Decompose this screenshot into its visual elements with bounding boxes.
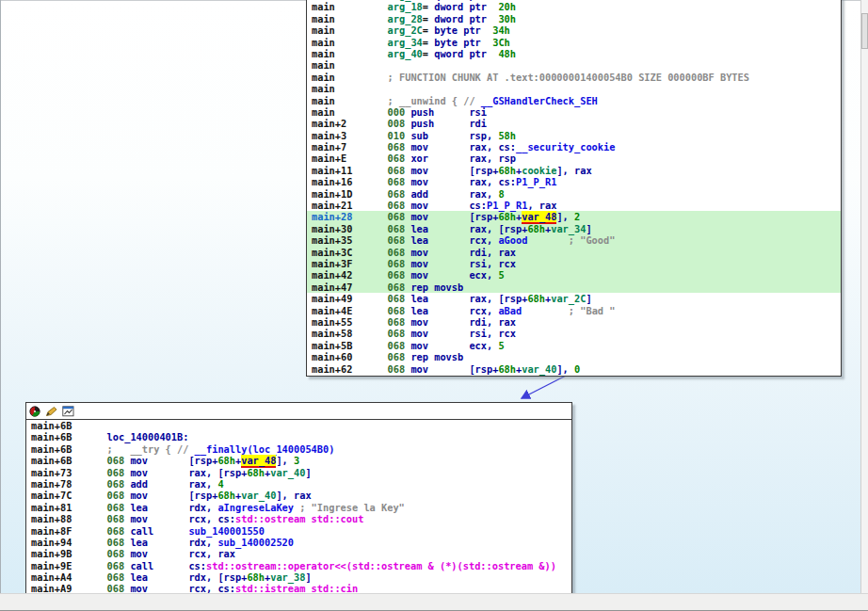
asm-token — [522, 305, 569, 316]
asm-token: rep movsb — [410, 281, 463, 293]
asm-line[interactable]: main+30 068 lea rax, [rsp+68h+var_34] — [307, 223, 841, 234]
asm-token: mov rsi, rcx — [410, 328, 516, 339]
asm-line[interactable]: main+5B 068 mov ecx, 5 — [307, 340, 841, 351]
asm-token: var_40 — [522, 363, 556, 375]
asm-token: sub_140002520 — [217, 537, 294, 548]
asm-token: 5 — [498, 340, 504, 351]
asm-line[interactable]: main+58 068 mov rsi, rcx — [307, 328, 841, 339]
asm-line[interactable]: main+9E 068 call cs:std::ostream::operat… — [26, 560, 571, 571]
asm-token — [487, 13, 498, 24]
asm-line[interactable]: main+35 068 lea rcx, aGood ; "Good" — [307, 234, 841, 246]
asm-line[interactable]: main+6B — [26, 420, 571, 431]
asm-token: main+16 — [312, 176, 388, 187]
asm-line[interactable]: main+49 068 lea rax, [rsp+68h+var_2C] — [307, 293, 841, 304]
asm-line[interactable]: main+73 068 mov rax, [rsp+68h+var_40] — [26, 467, 571, 478]
asm-token: arg_34 — [388, 37, 423, 48]
asm-token: 34h — [492, 24, 510, 36]
asm-line[interactable]: main+A9 068 mov rcx, cs:std::istream std… — [26, 583, 571, 593]
asm-token — [481, 24, 492, 36]
asm-token: 068 — [107, 513, 131, 524]
asm-token: rep movsb — [410, 351, 463, 362]
asm-token: lea rdx, — [130, 537, 217, 548]
asm-line[interactable]: main arg_28= dword ptr 30h — [307, 13, 841, 24]
asm-token: main+1D — [312, 188, 388, 200]
asm-token: 068 — [107, 548, 131, 559]
asm-line[interactable]: main+94 068 lea rdx, sub_140002520 — [26, 537, 571, 548]
asm-line[interactable]: main+60 068 rep movsb — [307, 351, 841, 362]
asm-token: main — [312, 95, 388, 106]
asm-token: main — [312, 1, 388, 12]
asm-token: 068 — [107, 490, 131, 501]
asm-token: main+E — [312, 153, 388, 164]
pencil-icon[interactable] — [45, 406, 57, 417]
asm-line[interactable]: main ; FUNCTION CHUNK AT .text:000000014… — [307, 72, 841, 83]
asm-line[interactable]: main+8F 068 call sub_140001550 — [26, 525, 571, 537]
asm-token: main — [312, 83, 335, 94]
asm-token: ], rax — [276, 490, 311, 501]
asm-line[interactable]: main+62 068 mov [rsp+68h+var_40], 0 — [307, 363, 841, 375]
asm-token: main+35 — [312, 234, 388, 246]
asm-token: main+81 — [31, 502, 107, 513]
graph-node-top[interactable]: main arg_10= qword ptr 18hmain arg_18= d… — [306, 0, 842, 377]
asm-token: sub rsp, — [410, 130, 498, 141]
asm-token: 68h — [247, 467, 265, 478]
asm-line[interactable]: main+6B 068 mov [rsp+68h+var_48], 3 — [26, 455, 571, 466]
asm-line[interactable]: main+88 068 mov rcx, cs:std::ostream std… — [26, 513, 571, 524]
highlighted-identifier: var_48 — [241, 455, 276, 466]
scrollbar-thumb[interactable] — [861, 13, 868, 49]
asm-line[interactable]: main+7C 068 mov [rsp+68h+var_40], rax — [26, 490, 571, 501]
asm-token: 4 — [217, 478, 223, 490]
asm-line[interactable]: main+E 068 xor rax, rsp — [307, 153, 841, 164]
asm-line[interactable]: main+28 068 mov [rsp+68h+var_48], 2 — [307, 211, 841, 222]
asm-token: ] — [305, 467, 311, 478]
asm-line[interactable]: main+3F 068 mov rsi, rcx — [307, 258, 841, 269]
asm-token: main+55 — [312, 316, 388, 328]
asm-token: main+30 — [312, 223, 388, 234]
asm-line[interactable]: main+3 010 sub rsp, 58h — [307, 130, 841, 141]
asm-token: 68h — [247, 571, 265, 583]
asm-line[interactable]: main+2 008 push rdi — [307, 118, 841, 129]
chart-icon[interactable] — [62, 406, 74, 417]
asm-token: ] — [586, 293, 591, 304]
asm-line[interactable]: main+21 068 mov cs:P1_P_R1, rax — [307, 200, 841, 211]
asm-line[interactable]: main+78 068 add rax, 4 — [26, 478, 571, 490]
asm-token: = — [423, 24, 434, 36]
graph-canvas[interactable]: main arg_10= qword ptr 18hmain arg_18= d… — [0, 0, 868, 593]
asm-line[interactable]: main+7 068 mov rax, cs:__security_cookie — [307, 141, 841, 153]
asm-token: 068 — [107, 455, 131, 466]
asm-line[interactable]: main+A4 068 lea rdx, [rsp+68h+var_38] — [26, 571, 571, 583]
asm-line[interactable]: main arg_40= qword ptr 48h — [307, 48, 841, 59]
asm-token: main+62 — [312, 363, 388, 375]
color-wheel-icon[interactable] — [29, 406, 40, 417]
asm-line[interactable]: main+81 068 lea rdx, aIngreseLaKey ; "In… — [26, 502, 571, 513]
asm-line[interactable]: main+6B ; __try { // __finally(loc_14000… — [26, 443, 571, 455]
asm-line[interactable]: main+6B loc_14000401B: — [26, 431, 571, 442]
asm-line[interactable]: main+47 068 rep movsb — [307, 281, 841, 293]
asm-token: = — [423, 37, 434, 48]
asm-line[interactable]: main+1D 068 add rax, 8 — [307, 188, 841, 200]
asm-token: 068 — [388, 258, 411, 269]
asm-token: main+11 — [312, 165, 388, 176]
asm-line[interactable]: main+9B 068 mov rcx, rax — [26, 548, 571, 559]
asm-token: mov [rsp+ — [410, 363, 498, 375]
asm-token: main+A9 — [31, 583, 107, 593]
asm-line[interactable]: main+55 068 mov rdi, rax — [307, 316, 841, 328]
asm-token: 010 — [388, 130, 411, 141]
asm-line[interactable]: main — [307, 83, 841, 94]
asm-line[interactable]: main arg_34= byte ptr 3Ch — [307, 37, 841, 48]
asm-line[interactable]: main — [307, 59, 841, 71]
graph-node-bottom[interactable]: main+6Bmain+6B loc_14000401B:main+6B ; _… — [25, 402, 572, 593]
asm-token: std::ostream::operator<<(std::ostream & … — [206, 560, 556, 571]
asm-line[interactable]: main arg_18= dword ptr 20h — [307, 1, 841, 12]
asm-token: sub_140001550 — [188, 525, 265, 537]
asm-line[interactable]: main arg_2C= byte ptr 34h — [307, 24, 841, 36]
asm-line[interactable]: main 000 push rsi — [307, 106, 841, 118]
asm-line[interactable]: main ; __unwind { // __GSHandlerCheck_SE… — [307, 95, 841, 106]
asm-line[interactable]: main+16 068 mov rax, cs:P1_P_R1 — [307, 176, 841, 187]
asm-line[interactable]: main+4E 068 lea rcx, aBad ; "Bad " — [307, 305, 841, 316]
asm-line[interactable]: main+3C 068 mov rdi, rax — [307, 247, 841, 258]
asm-token: arg_18 — [388, 1, 423, 12]
asm-line[interactable]: main+11 068 mov [rsp+68h+cookie], rax — [307, 165, 841, 176]
asm-line[interactable]: main+42 068 mov ecx, 5 — [307, 269, 841, 281]
vertical-scrollbar[interactable] — [860, 0, 868, 593]
